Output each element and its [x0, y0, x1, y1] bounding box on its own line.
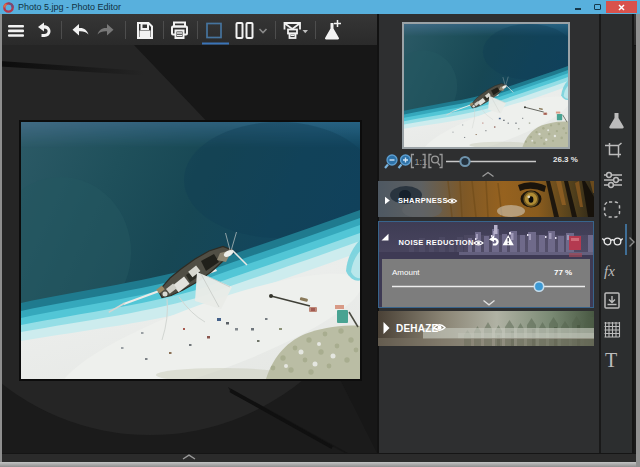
svg-text:T: T: [605, 349, 617, 371]
svg-text:SHARPNESS: SHARPNESS: [398, 196, 448, 205]
svg-text:NOISE REDUCTION: NOISE REDUCTION: [399, 238, 474, 247]
svg-text:1:1: 1:1: [415, 157, 428, 167]
svg-text:fx: fx: [604, 263, 615, 279]
svg-text:DEHAZE: DEHAZE: [396, 323, 438, 334]
